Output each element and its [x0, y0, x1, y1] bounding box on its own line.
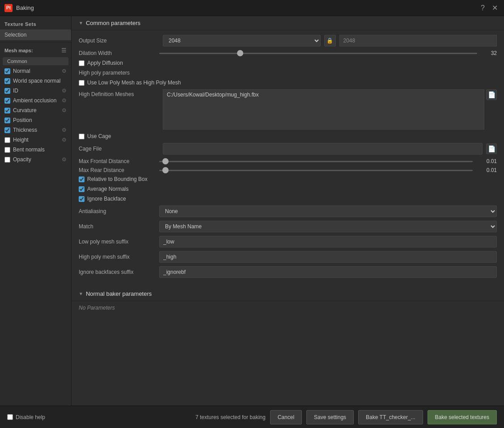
- high-def-browse-button[interactable]: 📄: [486, 89, 497, 100]
- dilation-right: 32: [159, 50, 497, 56]
- match-select[interactable]: Always By Mesh Name: [159, 221, 497, 232]
- ignore-backface-label: Ignore Backface: [87, 196, 126, 202]
- titlebar-controls: ? ✕: [479, 3, 500, 13]
- use-low-poly-row[interactable]: Use Low Poly Mesh as High Poly Mesh: [79, 80, 497, 86]
- dilation-slider[interactable]: [159, 53, 477, 54]
- output-size-label: Output Size: [79, 38, 159, 44]
- close-button[interactable]: ✕: [490, 3, 500, 13]
- high-poly-suffix-row: High poly mesh suffix: [79, 251, 497, 263]
- normal-gear-icon[interactable]: ⚙: [62, 68, 67, 74]
- disable-help-row[interactable]: Disable help: [7, 414, 134, 420]
- opacity-checkbox[interactable]: [4, 157, 10, 163]
- baking-window: Pt Baking ? ✕ Texture Sets Selection Mes…: [0, 0, 504, 428]
- use-low-poly-checkbox[interactable]: [79, 80, 85, 86]
- position-checkbox[interactable]: [4, 117, 10, 123]
- selection-label: Selection: [4, 32, 26, 38]
- cancel-button[interactable]: Cancel: [270, 410, 302, 424]
- high-def-textarea[interactable]: C:/Users/Kowal/Desktop/mug_high.fbx: [163, 89, 484, 130]
- ambient-label: Ambient occlusion: [13, 97, 56, 104]
- checkbox-item-position[interactable]: Position: [0, 115, 71, 125]
- checkbox-item-opacity[interactable]: Opacity ⚙: [0, 155, 71, 164]
- sidebar-item-selection[interactable]: Selection: [0, 29, 71, 40]
- ambient-checkbox[interactable]: [4, 98, 10, 104]
- ignore-backface-row[interactable]: Ignore Backface: [79, 196, 497, 202]
- lock-button[interactable]: 🔒: [324, 35, 336, 46]
- high-def-area: High Definition Meshes C:/Users/Kowal/De…: [79, 89, 497, 130]
- output-size-right: 2048: [339, 35, 497, 46]
- opacity-gear-icon[interactable]: ⚙: [62, 156, 67, 163]
- common-params-body: Output Size 2048 🔒 2048 Dilation Width 3…: [72, 30, 504, 283]
- checkbox-item-bent-normals[interactable]: Bent normals: [0, 145, 71, 155]
- low-poly-suffix-label: Low poly mesh suffix: [79, 239, 159, 245]
- disable-help-label: Disable help: [16, 414, 45, 420]
- bottom-bar: Disable help 7 textures selected for bak…: [0, 406, 504, 428]
- thickness-gear-icon[interactable]: ⚙: [62, 127, 67, 133]
- height-label: Height: [13, 137, 29, 143]
- curvature-checkbox[interactable]: [4, 108, 10, 113]
- common-params-header[interactable]: ▼ Common parameters: [72, 16, 504, 30]
- max-frontal-row: Max Frontal Distance 0.01: [79, 158, 497, 164]
- checkbox-item-world-normal[interactable]: World space normal: [0, 76, 71, 86]
- max-frontal-label: Max Frontal Distance: [79, 158, 159, 164]
- height-checkbox[interactable]: [4, 137, 10, 143]
- relative-bbox-checkbox[interactable]: [79, 176, 85, 182]
- bent-normals-checkbox[interactable]: [4, 147, 10, 153]
- checkbox-item-id[interactable]: ID ⚙: [0, 86, 71, 96]
- max-frontal-slider[interactable]: [159, 161, 473, 162]
- average-normals-row[interactable]: Average Normals: [79, 186, 497, 192]
- app-icon: Pt: [4, 4, 13, 12]
- id-label: ID: [13, 88, 18, 94]
- disable-help-checkbox[interactable]: [7, 414, 13, 420]
- id-gear-icon[interactable]: ⚙: [62, 88, 67, 94]
- collapse-icon: ▼: [79, 21, 83, 25]
- sidebar-divider: [0, 42, 71, 42]
- ignore-backfaces-suffix-row: Ignore backfaces suffix: [79, 266, 497, 278]
- cage-file-input[interactable]: [163, 143, 483, 155]
- high-poly-suffix-input[interactable]: [159, 251, 497, 263]
- ignore-backfaces-suffix-input[interactable]: [159, 266, 497, 278]
- use-cage-checkbox[interactable]: [79, 134, 85, 139]
- world-normal-checkbox[interactable]: [4, 78, 10, 84]
- ignore-backface-checkbox[interactable]: [79, 196, 85, 202]
- output-size-row: Output Size 2048 🔒 2048: [79, 35, 497, 46]
- match-row: Match Always By Mesh Name: [79, 221, 497, 232]
- checkbox-item-curvature[interactable]: Curvature ⚙: [0, 105, 71, 115]
- height-gear-icon[interactable]: ⚙: [62, 137, 67, 143]
- antialiasing-label: Antialiasing: [79, 208, 159, 214]
- bent-normals-label: Bent normals: [13, 147, 45, 153]
- checkbox-item-thickness[interactable]: Thickness ⚙: [0, 125, 71, 135]
- thickness-checkbox[interactable]: [4, 127, 10, 133]
- relative-bbox-row[interactable]: Relative to Bounding Box: [79, 176, 497, 182]
- bake-checker-button[interactable]: Bake TT_checker_...: [358, 410, 423, 424]
- checkbox-item-normal[interactable]: Normal ⚙: [0, 66, 71, 76]
- titlebar: Pt Baking ? ✕: [0, 0, 504, 16]
- help-button[interactable]: ?: [479, 3, 487, 13]
- filter-icon[interactable]: ☰: [61, 47, 67, 54]
- normal-checkbox[interactable]: [4, 68, 10, 74]
- apply-diffusion-row[interactable]: Apply Diffusion: [79, 60, 497, 66]
- ambient-gear-icon[interactable]: ⚙: [62, 97, 67, 104]
- checkbox-item-ambient[interactable]: Ambient occlusion ⚙: [0, 96, 71, 105]
- output-size-select[interactable]: 2048: [163, 35, 321, 46]
- use-cage-row[interactable]: Use Cage: [79, 133, 497, 139]
- average-normals-label: Average Normals: [87, 186, 128, 192]
- antialiasing-row: Antialiasing None 2x 4x 8x: [79, 206, 497, 217]
- common-params-title: Common parameters: [86, 20, 140, 26]
- mesh-maps-header: Mesh maps: ☰: [0, 44, 71, 56]
- normal-label: Normal: [13, 68, 30, 74]
- id-checkbox[interactable]: [4, 88, 10, 94]
- cage-browse-button[interactable]: 📄: [486, 143, 497, 154]
- apply-diffusion-checkbox[interactable]: [79, 60, 85, 66]
- checkbox-item-height[interactable]: Height ⚙: [0, 135, 71, 145]
- match-label: Match: [79, 223, 159, 230]
- max-rear-label: Max Rear Distance: [79, 167, 159, 173]
- bake-selected-button[interactable]: Bake selected textures: [428, 410, 497, 424]
- max-rear-slider[interactable]: [159, 170, 473, 171]
- normal-baker-header[interactable]: ▼ Normal baker parameters: [72, 287, 504, 301]
- curvature-gear-icon[interactable]: ⚙: [62, 107, 67, 113]
- antialiasing-select[interactable]: None 2x 4x 8x: [159, 206, 497, 217]
- common-badge: Common: [3, 57, 68, 65]
- low-poly-suffix-input[interactable]: [159, 236, 497, 248]
- average-normals-checkbox[interactable]: [79, 186, 85, 192]
- save-settings-button[interactable]: Save settings: [306, 410, 354, 424]
